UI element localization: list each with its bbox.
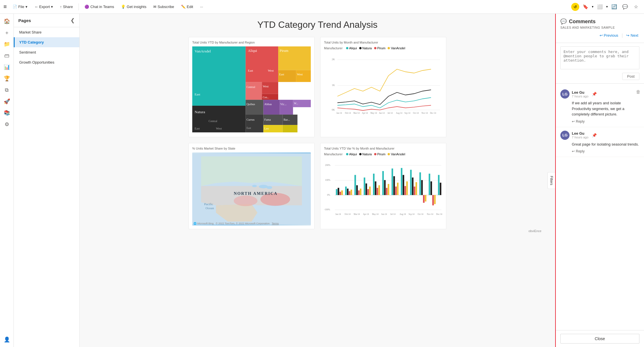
comment-delete-button-1[interactable]: 🗑	[636, 89, 641, 95]
nav-user-icon[interactable]: 👤	[2, 334, 12, 345]
window-button[interactable]: ⬜	[595, 2, 604, 11]
svg-text:Ocean: Ocean	[206, 206, 214, 210]
chat-in-teams-button[interactable]: 🟣 Chat in Teams	[82, 3, 116, 10]
hamburger-menu-icon[interactable]: ≡	[3, 3, 7, 10]
subscribe-button[interactable]: ✉ Subscribe	[151, 3, 176, 10]
nav-layers-icon[interactable]: ⧉	[2, 85, 12, 95]
nav-folder-icon[interactable]: 📁	[2, 39, 12, 49]
svg-text:Aug-14: Aug-14	[400, 213, 406, 215]
svg-text:200%: 200%	[325, 164, 331, 166]
undo-button[interactable]: ↺	[571, 3, 579, 11]
nav-data-icon[interactable]: 🗃	[2, 50, 12, 61]
svg-text:0K: 0K	[332, 108, 335, 111]
edit-button[interactable]: ✏️ Edit	[179, 3, 195, 10]
insights-icon: 💡	[121, 5, 125, 9]
page-item-market-share[interactable]: Market Share	[14, 27, 79, 37]
svg-text:Dec-14: Dec-14	[430, 112, 436, 114]
svg-text:Aug-14: Aug-14	[396, 112, 402, 114]
svg-rect-80	[338, 188, 339, 195]
comments-title: Comments	[569, 19, 596, 25]
svg-rect-83	[345, 187, 347, 195]
comment-item-2: LG Lee Gu 7 hours ago 📌 Great page for i…	[556, 127, 644, 157]
page-item-sentiment[interactable]: Sentiment	[14, 47, 79, 57]
svg-rect-113	[414, 187, 415, 195]
more-button[interactable]: ···	[198, 3, 205, 10]
svg-rect-20	[246, 100, 263, 115]
comment-reply-button-2[interactable]: ↩ Reply	[572, 149, 639, 153]
filters-tab[interactable]: Filters	[547, 172, 555, 189]
map-watermark: 🌐 Microsoft Bing © 2022 TomTom, © 2022 M…	[193, 222, 279, 225]
legend-vanarsdel: VanArsdel	[388, 46, 405, 50]
svg-text:1K: 1K	[332, 84, 335, 87]
comment-input-field[interactable]	[560, 46, 639, 69]
svg-rect-122	[434, 195, 435, 204]
nav-settings-icon[interactable]: ⚙	[2, 119, 12, 130]
close-button[interactable]: Close	[560, 334, 639, 344]
vanarsdel-dot	[388, 47, 390, 49]
linechart-svg: 2K 1K 0K	[324, 52, 443, 120]
svg-text:Nov-14: Nov-14	[421, 112, 428, 114]
comments-list: 🗑 LG Lee Gu 7 hours ago 📌 If we add all …	[556, 84, 644, 330]
share-button[interactable]: ↑ Share	[58, 3, 75, 10]
svg-text:Pacific: Pacific	[204, 202, 213, 206]
comment-user-row-2: LG Lee Gu 7 hours ago 📌	[560, 131, 639, 140]
nav-rocket-icon[interactable]: 🚀	[2, 96, 12, 107]
svg-rect-119	[429, 174, 430, 195]
svg-text:100%: 100%	[325, 179, 331, 181]
report-title: YTD Category Trend Analysis	[257, 19, 378, 30]
pages-header: Pages ❮	[14, 14, 79, 27]
export-button[interactable]: ↔ Export ▾	[32, 3, 56, 10]
toolbar-right: ↺ 🔖 ▾ ⬜ ▾ 🔄 💬 ☆	[571, 2, 641, 11]
comment-toolbar-button[interactable]: 💬	[621, 2, 630, 11]
nav-home-icon[interactable]: 🏠	[2, 16, 12, 26]
svg-text:May-14: May-14	[372, 213, 378, 215]
file-button[interactable]: 📄 File ▾	[10, 3, 30, 10]
map-area: Pacific Ocean NORTH AMERICA 🌐 Microsoft …	[192, 152, 311, 226]
bookmark-chevron[interactable]: ▾	[592, 5, 594, 9]
window-chevron[interactable]: ▾	[606, 5, 608, 9]
svg-rect-97	[377, 188, 378, 195]
svg-text:Currus: Currus	[246, 118, 254, 121]
svg-rect-115	[419, 172, 421, 195]
svg-rect-24	[280, 100, 293, 115]
svg-rect-32	[296, 70, 311, 82]
page-item-ytd-category[interactable]: YTD Category	[14, 37, 79, 47]
get-insights-button[interactable]: 💡 Get insights	[119, 3, 149, 10]
comments-previous-button[interactable]: ↩ Previous	[598, 33, 620, 38]
share-icon: ↑	[60, 5, 62, 9]
previous-icon: ↩	[600, 33, 603, 38]
svg-text:West: West	[263, 85, 269, 88]
bookmark-button[interactable]: 🔖	[581, 2, 590, 11]
svg-text:Oct-14: Oct-14	[418, 213, 423, 215]
comment-input-area: Post	[556, 43, 644, 84]
pages-collapse-button[interactable]: ❮	[70, 17, 75, 23]
refresh-button[interactable]: 🔄	[610, 2, 619, 11]
map-svg: Pacific Ocean NORTH AMERICA	[192, 152, 311, 226]
comments-next-button[interactable]: ↪ Next	[625, 33, 639, 38]
star-button[interactable]: ☆	[631, 2, 641, 11]
bar-legend-aliqui: Aliqui	[346, 152, 357, 156]
svg-text:East: East	[279, 73, 284, 76]
comments-nav-separator: |	[622, 33, 623, 38]
next-icon: ↪	[626, 33, 629, 38]
svg-rect-117	[423, 195, 425, 203]
svg-rect-103	[392, 168, 393, 195]
nav-add-icon[interactable]: ＋	[2, 28, 12, 38]
post-button[interactable]: Post	[622, 73, 639, 80]
svg-text:Dec-14: Dec-14	[436, 213, 443, 215]
svg-rect-86	[351, 190, 352, 195]
bar-pirum-dot	[374, 153, 376, 155]
svg-text:Cen...: Cen...	[263, 96, 269, 99]
comment-reply-button-1[interactable]: ↩ Reply	[572, 119, 639, 123]
nav-chart-icon[interactable]: 📊	[2, 62, 12, 72]
page-item-growth-opportunities[interactable]: Growth Opportunities	[14, 57, 79, 67]
comment-pin-icon-1: 📌	[592, 92, 597, 96]
svg-text:Abbas: Abbas	[264, 103, 272, 106]
nav-book-icon[interactable]: 📚	[2, 108, 12, 118]
comment-meta-1: Lee Gu 7 hours ago	[572, 90, 588, 98]
svg-text:Natura: Natura	[195, 110, 205, 114]
nav-trophy-icon[interactable]: 🏆	[2, 73, 12, 84]
treemap-chart: Total Units YTD by Manufacturer and Regi…	[189, 37, 315, 137]
toolbar: ≡ 📄 File ▾ ↔ Export ▾ ↑ Share 🟣 Chat in …	[0, 0, 644, 14]
report-canvas: YTD Category Trend Analysis Total Units …	[80, 14, 555, 347]
